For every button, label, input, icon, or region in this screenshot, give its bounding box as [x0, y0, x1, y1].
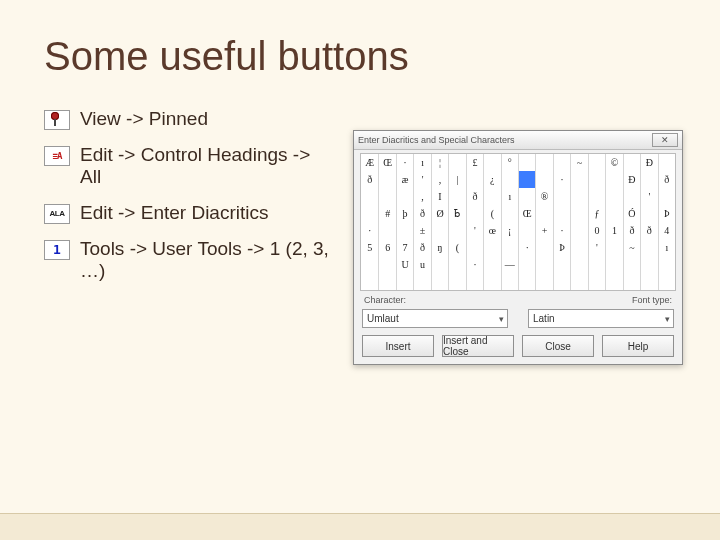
- grid-cell[interactable]: [448, 222, 465, 239]
- grid-cell[interactable]: [640, 171, 657, 188]
- grid-cell[interactable]: [361, 205, 378, 222]
- grid-cell[interactable]: [640, 256, 657, 273]
- grid-cell[interactable]: [378, 273, 395, 290]
- grid-cell[interactable]: [570, 256, 587, 273]
- grid-cell[interactable]: [431, 222, 448, 239]
- grid-cell[interactable]: ð: [361, 171, 378, 188]
- grid-cell[interactable]: ı: [501, 188, 518, 205]
- grid-cell[interactable]: ~: [570, 154, 587, 171]
- grid-cell[interactable]: ð: [466, 188, 483, 205]
- grid-cell[interactable]: [483, 256, 500, 273]
- grid-cell[interactable]: [658, 273, 675, 290]
- grid-cell[interactable]: [658, 188, 675, 205]
- grid-cell[interactable]: Đ: [640, 154, 657, 171]
- grid-cell[interactable]: £: [466, 154, 483, 171]
- grid-cell[interactable]: [535, 256, 552, 273]
- grid-cell[interactable]: [448, 256, 465, 273]
- grid-cell[interactable]: [588, 154, 605, 171]
- grid-cell[interactable]: 0: [588, 222, 605, 239]
- grid-cell[interactable]: [501, 239, 518, 256]
- grid-cell[interactable]: [518, 256, 535, 273]
- grid-cell[interactable]: ð: [413, 239, 430, 256]
- grid-cell[interactable]: [623, 273, 640, 290]
- grid-cell[interactable]: [483, 154, 500, 171]
- grid-cell[interactable]: [570, 273, 587, 290]
- grid-cell[interactable]: [448, 154, 465, 171]
- grid-cell[interactable]: ~: [623, 239, 640, 256]
- grid-cell[interactable]: ·: [396, 154, 413, 171]
- font-type-dropdown[interactable]: Latin: [528, 309, 674, 328]
- grid-cell[interactable]: [605, 188, 622, 205]
- grid-cell[interactable]: [466, 171, 483, 188]
- grid-cell[interactable]: —: [501, 256, 518, 273]
- grid-cell[interactable]: ·: [361, 222, 378, 239]
- grid-cell[interactable]: 4: [658, 222, 675, 239]
- grid-cell[interactable]: ,: [413, 188, 430, 205]
- grid-cell[interactable]: [361, 256, 378, 273]
- grid-cell[interactable]: [535, 154, 552, 171]
- grid-cell[interactable]: [588, 171, 605, 188]
- grid-cell[interactable]: æ: [396, 171, 413, 188]
- grid-cell[interactable]: [588, 256, 605, 273]
- grid-cell[interactable]: Ó: [623, 205, 640, 222]
- grid-cell[interactable]: ·: [466, 256, 483, 273]
- grid-cell[interactable]: [553, 205, 570, 222]
- grid-cell[interactable]: [396, 188, 413, 205]
- grid-cell[interactable]: [518, 171, 535, 188]
- grid-cell[interactable]: Œ: [518, 205, 535, 222]
- grid-cell[interactable]: [466, 205, 483, 222]
- grid-cell[interactable]: [378, 222, 395, 239]
- grid-cell[interactable]: Đ: [623, 171, 640, 188]
- grid-cell[interactable]: ð: [623, 222, 640, 239]
- grid-cell[interactable]: ð: [413, 205, 430, 222]
- grid-cell[interactable]: (: [448, 239, 465, 256]
- grid-cell[interactable]: [378, 256, 395, 273]
- grid-cell[interactable]: [518, 222, 535, 239]
- grid-cell[interactable]: ': [640, 188, 657, 205]
- grid-cell[interactable]: Æ: [361, 154, 378, 171]
- grid-cell[interactable]: [623, 188, 640, 205]
- insert-and-close-button[interactable]: Insert and Close: [442, 335, 514, 357]
- grid-cell[interactable]: +: [535, 222, 552, 239]
- grid-cell[interactable]: [535, 171, 552, 188]
- grid-cell[interactable]: [570, 171, 587, 188]
- grid-cell[interactable]: ·: [553, 222, 570, 239]
- grid-cell[interactable]: [396, 273, 413, 290]
- grid-cell[interactable]: [378, 188, 395, 205]
- grid-cell[interactable]: [570, 239, 587, 256]
- grid-cell[interactable]: ': [413, 171, 430, 188]
- grid-cell[interactable]: [448, 273, 465, 290]
- grid-cell[interactable]: ı: [413, 154, 430, 171]
- grid-cell[interactable]: [535, 273, 552, 290]
- grid-cell[interactable]: u: [413, 256, 430, 273]
- grid-cell[interactable]: [553, 188, 570, 205]
- grid-cell[interactable]: [535, 239, 552, 256]
- grid-cell[interactable]: [466, 273, 483, 290]
- grid-cell[interactable]: ð: [640, 222, 657, 239]
- grid-cell[interactable]: 7: [396, 239, 413, 256]
- grid-cell[interactable]: [466, 239, 483, 256]
- close-button[interactable]: Close: [522, 335, 594, 357]
- grid-cell[interactable]: [570, 205, 587, 222]
- grid-cell[interactable]: ¦: [431, 154, 448, 171]
- grid-cell[interactable]: I: [431, 188, 448, 205]
- grid-cell[interactable]: 6: [378, 239, 395, 256]
- grid-cell[interactable]: [553, 273, 570, 290]
- grid-cell[interactable]: [501, 205, 518, 222]
- grid-cell[interactable]: [623, 154, 640, 171]
- grid-cell[interactable]: [361, 273, 378, 290]
- grid-cell[interactable]: [396, 222, 413, 239]
- grid-cell[interactable]: [448, 188, 465, 205]
- grid-cell[interactable]: ': [588, 239, 605, 256]
- grid-cell[interactable]: ®: [535, 188, 552, 205]
- grid-cell[interactable]: [501, 171, 518, 188]
- grid-cell[interactable]: [483, 273, 500, 290]
- grid-cell[interactable]: [413, 273, 430, 290]
- grid-cell[interactable]: [483, 239, 500, 256]
- grid-cell[interactable]: [605, 239, 622, 256]
- grid-cell[interactable]: [501, 273, 518, 290]
- grid-cell[interactable]: [553, 256, 570, 273]
- grid-cell[interactable]: œ: [483, 222, 500, 239]
- grid-cell[interactable]: [605, 256, 622, 273]
- grid-cell[interactable]: [640, 273, 657, 290]
